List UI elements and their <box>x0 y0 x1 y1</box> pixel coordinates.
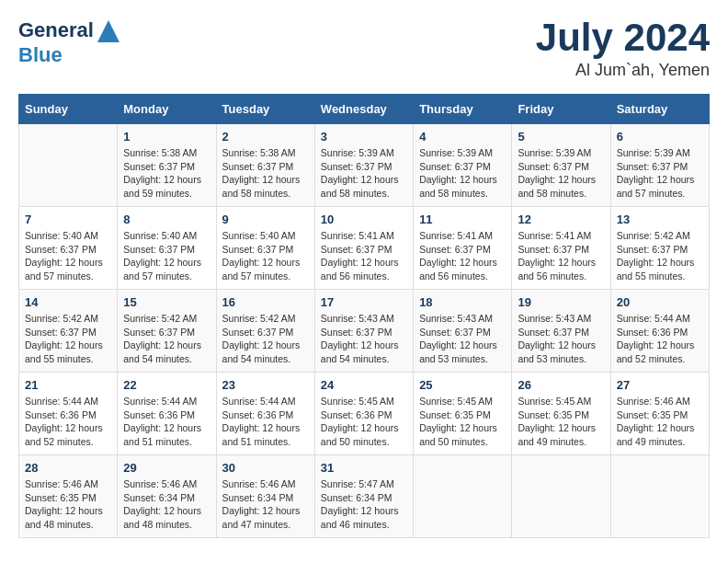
calendar-cell: 27Sunrise: 5:46 AM Sunset: 6:35 PM Dayli… <box>610 373 709 455</box>
calendar-cell: 16Sunrise: 5:42 AM Sunset: 6:37 PM Dayli… <box>216 290 314 373</box>
calendar-week-row: 21Sunrise: 5:44 AM Sunset: 6:36 PM Dayli… <box>19 373 710 455</box>
calendar-cell: 11Sunrise: 5:41 AM Sunset: 6:37 PM Dayli… <box>414 207 512 290</box>
logo-general: General <box>18 18 94 41</box>
calendar-cell: 17Sunrise: 5:43 AM Sunset: 6:37 PM Dayli… <box>314 290 413 373</box>
weekday-header-tuesday: Tuesday <box>216 95 314 124</box>
day-info: Sunrise: 5:45 AM Sunset: 6:35 PM Dayligh… <box>518 395 604 449</box>
calendar-cell: 21Sunrise: 5:44 AM Sunset: 6:36 PM Dayli… <box>19 373 118 455</box>
svg-marker-0 <box>97 20 119 42</box>
weekday-header-saturday: Saturday <box>610 95 709 124</box>
day-info: Sunrise: 5:44 AM Sunset: 6:36 PM Dayligh… <box>25 395 111 449</box>
day-info: Sunrise: 5:38 AM Sunset: 6:37 PM Dayligh… <box>222 146 309 201</box>
weekday-header-monday: Monday <box>118 95 216 124</box>
day-number: 23 <box>222 378 309 392</box>
page-header: General Blue July 2024 Al Jum`ah, Yemen <box>18 18 710 80</box>
day-number: 8 <box>123 213 210 226</box>
day-number: 16 <box>222 295 309 309</box>
day-number: 29 <box>123 461 210 475</box>
weekday-header-thursday: Thursday <box>414 95 512 124</box>
logo: General Blue <box>18 18 121 66</box>
day-number: 28 <box>25 461 111 475</box>
day-number: 6 <box>617 130 703 144</box>
day-number: 22 <box>123 378 210 392</box>
day-number: 19 <box>518 295 604 309</box>
day-info: Sunrise: 5:44 AM Sunset: 6:36 PM Dayligh… <box>222 395 309 449</box>
day-info: Sunrise: 5:39 AM Sunset: 6:37 PM Dayligh… <box>419 146 506 201</box>
day-info: Sunrise: 5:44 AM Sunset: 6:36 PM Dayligh… <box>617 312 703 366</box>
calendar-cell: 28Sunrise: 5:46 AM Sunset: 6:35 PM Dayli… <box>19 455 118 538</box>
day-info: Sunrise: 5:40 AM Sunset: 6:37 PM Dayligh… <box>222 229 309 283</box>
calendar-week-row: 28Sunrise: 5:46 AM Sunset: 6:35 PM Dayli… <box>19 455 710 538</box>
title-section: July 2024 Al Jum`ah, Yemen <box>536 18 710 80</box>
day-number: 11 <box>419 213 506 226</box>
day-info: Sunrise: 5:42 AM Sunset: 6:37 PM Dayligh… <box>222 312 309 366</box>
day-number: 31 <box>321 461 407 475</box>
day-number: 9 <box>222 213 309 226</box>
calendar-cell: 26Sunrise: 5:45 AM Sunset: 6:35 PM Dayli… <box>512 373 610 455</box>
calendar-cell <box>414 455 512 538</box>
day-info: Sunrise: 5:43 AM Sunset: 6:37 PM Dayligh… <box>419 312 506 366</box>
day-info: Sunrise: 5:39 AM Sunset: 6:37 PM Dayligh… <box>518 146 604 201</box>
calendar-week-row: 14Sunrise: 5:42 AM Sunset: 6:37 PM Dayli… <box>19 290 710 373</box>
day-info: Sunrise: 5:43 AM Sunset: 6:37 PM Dayligh… <box>518 312 604 366</box>
day-info: Sunrise: 5:44 AM Sunset: 6:36 PM Dayligh… <box>123 395 210 449</box>
day-info: Sunrise: 5:46 AM Sunset: 6:34 PM Dayligh… <box>222 477 309 532</box>
calendar-cell: 25Sunrise: 5:45 AM Sunset: 6:35 PM Dayli… <box>414 373 512 455</box>
day-number: 18 <box>419 295 506 309</box>
day-number: 14 <box>25 295 111 309</box>
calendar-cell <box>19 124 118 207</box>
calendar-cell: 5Sunrise: 5:39 AM Sunset: 6:37 PM Daylig… <box>512 124 610 207</box>
day-number: 2 <box>222 130 309 144</box>
day-info: Sunrise: 5:39 AM Sunset: 6:37 PM Dayligh… <box>617 146 703 201</box>
location-title: Al Jum`ah, Yemen <box>536 61 710 80</box>
day-number: 10 <box>321 213 407 226</box>
calendar-cell: 1Sunrise: 5:38 AM Sunset: 6:37 PM Daylig… <box>118 124 216 207</box>
calendar-cell: 2Sunrise: 5:38 AM Sunset: 6:37 PM Daylig… <box>216 124 314 207</box>
calendar-cell: 24Sunrise: 5:45 AM Sunset: 6:36 PM Dayli… <box>314 373 413 455</box>
calendar-cell <box>512 455 610 538</box>
day-number: 25 <box>419 378 506 392</box>
day-number: 4 <box>419 130 506 144</box>
calendar-cell <box>610 455 709 538</box>
day-info: Sunrise: 5:42 AM Sunset: 6:37 PM Dayligh… <box>123 312 210 366</box>
calendar-cell: 3Sunrise: 5:39 AM Sunset: 6:37 PM Daylig… <box>314 124 413 207</box>
calendar-week-row: 7Sunrise: 5:40 AM Sunset: 6:37 PM Daylig… <box>19 207 710 290</box>
calendar-cell: 8Sunrise: 5:40 AM Sunset: 6:37 PM Daylig… <box>118 207 216 290</box>
calendar-cell: 4Sunrise: 5:39 AM Sunset: 6:37 PM Daylig… <box>414 124 512 207</box>
calendar-cell: 19Sunrise: 5:43 AM Sunset: 6:37 PM Dayli… <box>512 290 610 373</box>
day-number: 15 <box>123 295 210 309</box>
day-info: Sunrise: 5:46 AM Sunset: 6:35 PM Dayligh… <box>25 477 111 532</box>
day-number: 30 <box>222 461 309 475</box>
weekday-header-sunday: Sunday <box>19 95 118 124</box>
day-number: 7 <box>25 213 111 226</box>
day-number: 5 <box>518 130 604 144</box>
calendar-cell: 10Sunrise: 5:41 AM Sunset: 6:37 PM Dayli… <box>314 207 413 290</box>
logo-blue: Blue <box>18 44 121 66</box>
day-info: Sunrise: 5:45 AM Sunset: 6:36 PM Dayligh… <box>321 395 407 449</box>
day-info: Sunrise: 5:46 AM Sunset: 6:34 PM Dayligh… <box>123 477 210 532</box>
day-number: 21 <box>25 378 111 392</box>
weekday-header-wednesday: Wednesday <box>314 95 413 124</box>
calendar-cell: 9Sunrise: 5:40 AM Sunset: 6:37 PM Daylig… <box>216 207 314 290</box>
day-info: Sunrise: 5:42 AM Sunset: 6:37 PM Dayligh… <box>617 229 703 283</box>
month-title: July 2024 <box>536 18 710 57</box>
day-info: Sunrise: 5:41 AM Sunset: 6:37 PM Dayligh… <box>321 229 407 283</box>
calendar-table: SundayMondayTuesdayWednesdayThursdayFrid… <box>18 94 710 538</box>
day-info: Sunrise: 5:40 AM Sunset: 6:37 PM Dayligh… <box>123 229 210 283</box>
day-number: 3 <box>321 130 407 144</box>
day-number: 1 <box>123 130 210 144</box>
calendar-cell: 22Sunrise: 5:44 AM Sunset: 6:36 PM Dayli… <box>118 373 216 455</box>
calendar-cell: 15Sunrise: 5:42 AM Sunset: 6:37 PM Dayli… <box>118 290 216 373</box>
logo-icon <box>96 18 121 44</box>
day-info: Sunrise: 5:41 AM Sunset: 6:37 PM Dayligh… <box>518 229 604 283</box>
day-info: Sunrise: 5:46 AM Sunset: 6:35 PM Dayligh… <box>617 395 703 449</box>
calendar-cell: 13Sunrise: 5:42 AM Sunset: 6:37 PM Dayli… <box>610 207 709 290</box>
calendar-cell: 6Sunrise: 5:39 AM Sunset: 6:37 PM Daylig… <box>610 124 709 207</box>
day-number: 13 <box>617 213 703 226</box>
day-info: Sunrise: 5:39 AM Sunset: 6:37 PM Dayligh… <box>321 146 407 201</box>
day-number: 17 <box>321 295 407 309</box>
day-info: Sunrise: 5:43 AM Sunset: 6:37 PM Dayligh… <box>321 312 407 366</box>
calendar-cell: 31Sunrise: 5:47 AM Sunset: 6:34 PM Dayli… <box>314 455 413 538</box>
calendar-header-row: SundayMondayTuesdayWednesdayThursdayFrid… <box>19 95 710 124</box>
day-info: Sunrise: 5:42 AM Sunset: 6:37 PM Dayligh… <box>25 312 111 366</box>
